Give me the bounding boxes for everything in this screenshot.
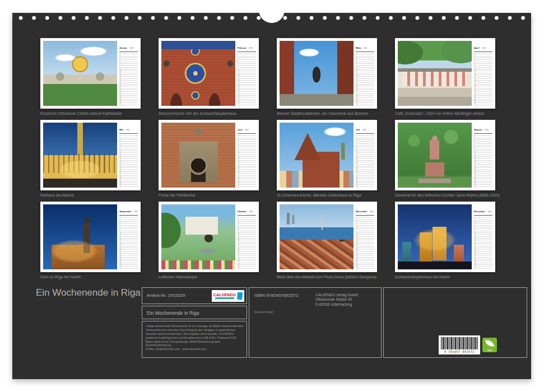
legal-text: Infolge bestehender Schutzrechte ist es … [146, 324, 244, 351]
mini-calendar-days: 1.2.3.4.5.6.7.8.9.10.11.12.13.14.15.16.1… [356, 134, 374, 188]
month-label: März [356, 46, 361, 49]
mini-calendar: November 2025 1.2.3.4.5.6.7.8.9.10.11.12… [356, 204, 374, 269]
mini-calendar-header: Januar 2025 [119, 41, 138, 52]
mini-calendar: Dezember 2025 1.2.3.4.5.6.7.8.9.10.11.12… [474, 204, 492, 269]
month-label: Mai [119, 128, 123, 131]
publisher-address: CALVENDO Verlag GmbH Ottobrunner Straße … [315, 293, 358, 307]
mini-calendar-days: 1.2.3.4.5.6.7.8.9.10.11.12.13.14.15.16.1… [474, 53, 492, 106]
mini-calendar-header: Oktober 2025 [238, 204, 256, 216]
month-tile-august: August 2025 1.2.3.4.5.6.7.8.9.10.11.12.1… [395, 120, 495, 197]
mini-calendar: März 2025 1.2.3.4.5.6.7.8.9.10.11.12.13.… [356, 41, 374, 106]
month-tile-april: April 2025 1.2.3.4.5.6.7.8.9.10.11.12.13… [395, 38, 495, 115]
mini-calendar-header: September 2025 [119, 204, 138, 216]
month-tile-juli: Juli 2025 1.2.3.4.5.6.7.8.9.10.11.12.13.… [277, 120, 377, 197]
year-label: 2025 [487, 211, 491, 213]
month-label: Juli [356, 128, 360, 131]
barcode-cell: 9 783457 892572 eco [383, 287, 527, 358]
year-label: 2025 [129, 47, 133, 49]
month-caption: Astronomische Uhr am Schwarzhäupterhaus [159, 111, 259, 115]
mini-calendar: Oktober 2025 1.2.3.4.5.6.7.8.9.10.11.12.… [238, 204, 256, 269]
eco-logo: eco [482, 338, 497, 352]
mini-calendar-header: Februar 2025 [238, 41, 256, 52]
photo-april-cafe-kolonade [398, 41, 472, 106]
month-caption: Blick über die Altstadt zum Fluss Düna (… [277, 275, 377, 279]
month-tile-september: September 2025 1.2.3.4.5.6.7.8.9.10.11.1… [40, 202, 141, 279]
photo-august-rainis-denkmal [398, 123, 472, 188]
mini-page: März 2025 1.2.3.4.5.6.7.8.9.10.11.12.13.… [277, 38, 377, 109]
mini-calendar-days: 1.2.3.4.5.6.7.8.9.10.11.12.13.14.15.16.1… [356, 53, 374, 106]
month-tile-januar: Januar 2025 1.2.3.4.5.6.7.8.9.10.11.12.1… [40, 38, 141, 115]
publisher-line: D-82008 Unterhaching [315, 302, 358, 307]
mini-page: September 2025 1.2.3.4.5.6.7.8.9.10.11.1… [40, 202, 141, 272]
month-caption: Schwarzhäupterhaus bei Nacht [395, 275, 495, 279]
month-caption: Portal der Petrikirche [159, 193, 259, 197]
month-label: Februar [238, 46, 247, 49]
title-cell: Ein Wochenende in Riga [142, 306, 247, 319]
year-label: 2025 [364, 47, 368, 49]
mini-calendar: Januar 2025 1.2.3.4.5.6.7.8.9.10.11.12.1… [119, 41, 138, 106]
photo-januar-cathedral [43, 41, 117, 106]
mini-page: August 2025 1.2.3.4.5.6.7.8.9.10.11.12.1… [395, 120, 495, 190]
mini-calendar-header: März 2025 [356, 41, 374, 52]
month-tile-juni: Juni 2025 1.2.3.4.5.6.7.8.9.10.11.12.13.… [159, 120, 259, 197]
mini-calendar-days: 1.2.3.4.5.6.7.8.9.10.11.12.13.14.15.16.1… [238, 134, 256, 188]
mini-page: Oktober 2025 1.2.3.4.5.6.7.8.9.10.11.12.… [159, 202, 259, 272]
mini-calendar: Mai 2025 1.2.3.4.5.6.7.8.9.10.11.12.13.1… [119, 123, 138, 188]
photo-maerz-bremen-musicians [280, 41, 354, 106]
mini-calendar-header: Dezember 2025 [474, 204, 492, 216]
mini-calendar-days: 1.2.3.4.5.6.7.8.9.10.11.12.13.14.15.16.1… [474, 134, 492, 188]
publisher-line: Ottobrunner Straße 39 [315, 297, 358, 302]
month-caption: St.Johannes-Kirche, ältestes Gotteshaus … [277, 193, 377, 197]
eco-label: eco [482, 348, 497, 352]
month-label: September [119, 210, 132, 213]
month-caption: Dom zu Riga bei Nacht [40, 275, 141, 279]
photo-september-dom [43, 204, 117, 269]
mini-calendar-header: Juni 2025 [238, 123, 256, 134]
barcode-bars [441, 337, 478, 349]
photo-februar-astronomical-clock [161, 41, 235, 106]
month-tile-maerz: März 2025 1.2.3.4.5.6.7.8.9.10.11.12.13.… [277, 38, 377, 115]
year-label: 2025 [125, 129, 129, 131]
mini-calendar-header: April 2025 [474, 41, 492, 52]
product-image: Januar 2025 1.2.3.4.5.6.7.8.9.10.11.12.1… [0, 0, 544, 392]
mini-page: Juli 2025 1.2.3.4.5.6.7.8.9.10.11.12.13.… [277, 120, 377, 190]
year-label: 2025 [134, 211, 138, 213]
mini-calendar-days: 1.2.3.4.5.6.7.8.9.10.11.12.13.14.15.16.1… [356, 216, 374, 269]
mini-calendar-days: 1.2.3.4.5.6.7.8.9.10.11.12.13.14.15.16.1… [238, 53, 256, 106]
publisher-line: CALVENDO Verlag GmbH [315, 293, 358, 297]
photo-mai-rathaus [43, 123, 117, 188]
ean-barcode: 9 783457 892572 [439, 335, 480, 354]
month-tile-november: November 2025 1.2.3.4.5.6.7.8.9.10.11.12… [277, 202, 377, 279]
month-label: Dezember [474, 210, 485, 213]
month-label: April [474, 46, 480, 49]
mini-calendar-header: Mai 2025 [119, 123, 138, 134]
month-grid: Januar 2025 1.2.3.4.5.6.7.8.9.10.11.12.1… [40, 38, 495, 279]
month-label: Oktober [238, 210, 247, 213]
calendar-back-sheet: Januar 2025 1.2.3.4.5.6.7.8.9.10.11.12.1… [12, 13, 531, 379]
calvendo-logo-text: CALVENDO [213, 293, 236, 297]
photo-dezember-schwarzhaeupterhaus [398, 204, 472, 269]
mini-calendar-header: Juli 2025 [356, 123, 374, 134]
mini-calendar-header: November 2025 [356, 204, 374, 216]
photo-oktober-nationaloper [161, 204, 235, 269]
mini-page: Januar 2025 1.2.3.4.5.6.7.8.9.10.11.12.1… [40, 38, 141, 109]
mini-page: Mai 2025 1.2.3.4.5.6.7.8.9.10.11.12.13.1… [40, 120, 141, 190]
month-label: Juni [238, 128, 243, 131]
mini-calendar-days: 1.2.3.4.5.6.7.8.9.10.11.12.13.14.15.16.1… [474, 216, 492, 269]
year-label: 2025 [249, 47, 253, 49]
legal-cell: Infolge bestehender Schutzrechte ist es … [142, 321, 247, 358]
mini-calendar-header: August 2025 [474, 123, 492, 134]
mini-calendar: Juli 2025 1.2.3.4.5.6.7.8.9.10.11.12.13.… [356, 123, 374, 188]
year-label: 2025 [362, 129, 366, 131]
mini-calendar-days: 1.2.3.4.5.6.7.8.9.10.11.12.13.14.15.16.1… [119, 53, 138, 106]
mini-calendar: Juni 2025 1.2.3.4.5.6.7.8.9.10.11.12.13.… [238, 123, 256, 188]
month-tile-oktober: Oktober 2025 1.2.3.4.5.6.7.8.9.10.11.12.… [159, 202, 259, 279]
month-caption: Lettische Nationaloper [159, 275, 259, 279]
year-label: 2025 [249, 211, 253, 213]
calvendo-logo: CALVENDO [212, 290, 244, 302]
isbn: ISBN 9783457892572 [254, 293, 299, 298]
calendar-title: Ein Wochenende in Riga [36, 287, 145, 298]
mini-calendar-days: 1.2.3.4.5.6.7.8.9.10.11.12.13.14.15.16.1… [119, 134, 138, 188]
calvendo-page-icon [237, 292, 243, 300]
mini-calendar-days: 1.2.3.4.5.6.7.8.9.10.11.12.13.14.15.16.1… [238, 216, 256, 269]
